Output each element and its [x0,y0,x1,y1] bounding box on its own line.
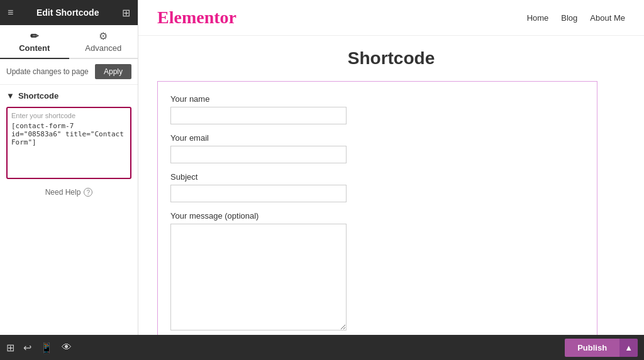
input-email[interactable] [170,146,347,163]
site-logo: Elementor [157,8,236,28]
nav-home[interactable]: Home [527,13,549,23]
update-bar: Update changes to page Apply [0,59,138,85]
field-subject: Subject [170,172,584,202]
right-content: Elementor Home Blog About Me Shortcode Y… [138,0,644,335]
page-content: Shortcode Your name Your email Subject [138,36,644,335]
pencil-icon: ✏ [0,30,69,42]
nav-blog[interactable]: Blog [561,13,577,23]
need-help[interactable]: Need Help ? [6,188,131,197]
gear-icon: ⚙ [69,30,138,42]
help-icon: ? [84,188,92,197]
apply-button[interactable]: Apply [95,64,131,79]
panel-tabs: ✏ Content ⚙ Advanced [0,25,138,59]
grid-icon[interactable]: ⊞ [122,7,130,19]
section-arrow: ▼ [6,91,14,101]
history-icon[interactable]: ↩ [23,342,31,354]
bottom-icons: ⊞ ↩ 📱 👁 [6,342,72,354]
update-text: Update changes to page [6,67,89,76]
page-title: Shortcode [157,48,625,68]
shortcode-input[interactable] [11,122,126,172]
field-name: Your name [170,94,584,124]
label-message: Your message (optional) [170,211,584,221]
tab-advanced[interactable]: ⚙ Advanced [69,25,138,58]
tab-content[interactable]: ✏ Content [0,25,69,59]
label-name: Your name [170,94,584,104]
left-panel: ≡ Edit Shortcode ⊞ ✏ Content ⚙ Advanced … [0,0,138,335]
tab-content-label: Content [19,43,50,53]
need-help-text: Need Help [45,188,81,197]
site-header: Elementor Home Blog About Me [138,0,644,36]
input-name[interactable] [170,107,347,124]
label-email: Your email [170,133,584,143]
label-subject: Subject [170,172,584,182]
shortcode-placeholder-label: Enter your shortcode [11,112,126,119]
section-header[interactable]: ▼ Shortcode [6,91,131,101]
responsive-icon[interactable]: 📱 [40,342,53,354]
layers-icon[interactable]: ⊞ [6,342,14,354]
field-message: Your message (optional) [170,211,584,330]
shortcode-section: ▼ Shortcode Enter your shortcode Need He… [0,85,138,203]
shortcode-textarea-wrapper: Enter your shortcode [6,107,131,179]
field-email: Your email [170,133,584,163]
panel-title: Edit Shortcode [13,8,122,18]
bottom-bar: ⊞ ↩ 📱 👁 Publish ▲ [0,335,644,360]
publish-wrapper: Publish ▲ [565,339,638,357]
section-title: Shortcode [18,91,58,101]
panel-header: ≡ Edit Shortcode ⊞ [0,0,138,25]
contact-form: Your name Your email Subject Your messag… [157,81,597,335]
site-nav: Home Blog About Me [527,13,625,23]
publish-chevron[interactable]: ▲ [619,339,638,357]
input-subject[interactable] [170,185,347,202]
hamburger-icon[interactable]: ≡ [8,7,13,18]
nav-about[interactable]: About Me [590,13,625,23]
publish-button[interactable]: Publish [565,339,619,357]
input-message[interactable] [170,224,347,330]
preview-icon[interactable]: 👁 [62,342,72,354]
tab-advanced-label: Advanced [85,43,121,53]
